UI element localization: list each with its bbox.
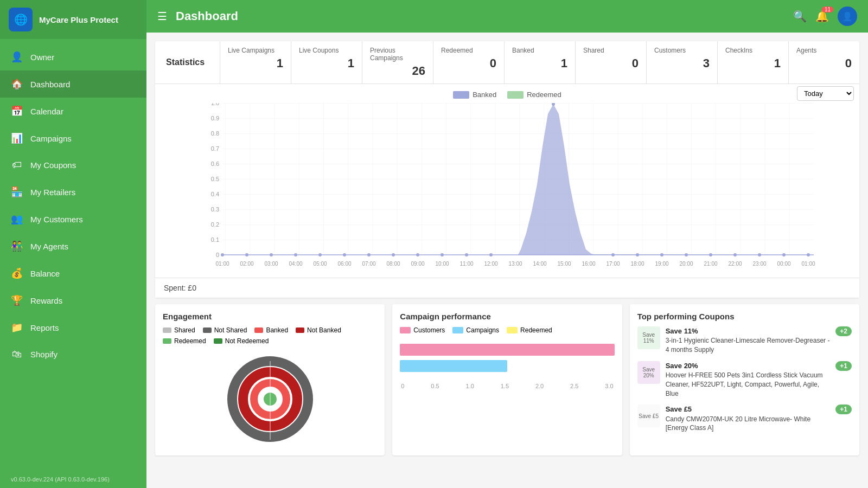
camp-legend-campaigns: Campaigns (452, 326, 499, 334)
coupon-thumb: Save 20% (637, 361, 660, 384)
stat-banked: Banked 1 (505, 41, 576, 84)
chart-legend-banked: Banked (453, 91, 496, 99)
svg-text:01:00: 01:00 (215, 261, 229, 267)
menu-icon[interactable]: ☰ (157, 10, 167, 23)
rewards-icon: 🏆 (11, 294, 23, 306)
calendar-icon: 📅 (11, 105, 23, 117)
stat-previous-campaigns: Previous Campaigns 26 (362, 41, 433, 84)
my-customers-icon: 👥 (11, 213, 23, 225)
campaigns-icon: 📊 (11, 132, 23, 144)
coupon-info: Save 20% Hoover H-FREE 500 Pets 3in1 Cor… (666, 361, 831, 399)
sidebar-item-label: Shopify (30, 350, 58, 359)
campaign-legend: Customers Campaigns Redeemed (400, 326, 614, 334)
coupon-list: Save 11% Save 11% 3-in-1 Hygienic Cleane… (637, 326, 852, 433)
engagement-legend-not-banked: Not Banked (296, 326, 341, 334)
stats-items: Live Campaigns 1Live Coupons 1Previous C… (220, 41, 859, 84)
donut-chart (163, 350, 377, 448)
svg-point-29 (660, 253, 663, 256)
coupon-item: Save £5 Save £5 Candy CMW2070M-UK 20 Lit… (637, 404, 852, 433)
sidebar-item-label: Balance (30, 269, 60, 278)
my-retailers-icon: 🏪 (11, 186, 23, 198)
stat-redeemed: Redeemed 0 (433, 41, 505, 84)
sidebar-item-shopify[interactable]: 🛍 Shopify (0, 341, 146, 368)
svg-point-34 (782, 253, 786, 256)
svg-text:10:00: 10:00 (435, 261, 449, 267)
sidebar-item-my-customers[interactable]: 👥 My Customers (0, 206, 146, 233)
app-logo: 🌐 (9, 8, 33, 31)
svg-text:0.4: 0.4 (211, 191, 219, 197)
sidebar-item-my-agents[interactable]: 👫 My Agents (0, 233, 146, 260)
chart-container: Banked Redeemed Today Yesterday Last 7 d… (155, 84, 859, 278)
sidebar-item-campaigns[interactable]: 📊 Campaigns (0, 125, 146, 152)
svg-text:01:00: 01:00 (801, 261, 815, 267)
svg-point-25 (489, 253, 493, 256)
svg-point-31 (709, 253, 712, 256)
search-icon[interactable]: 🔍 (793, 10, 807, 23)
svg-rect-0 (222, 103, 814, 255)
svg-text:21:00: 21:00 (704, 261, 717, 267)
svg-point-27 (611, 253, 615, 256)
svg-text:22:00: 22:00 (728, 261, 742, 267)
engagement-legend-banked: Banked (254, 326, 288, 334)
stat-live-coupons: Live Coupons 1 (291, 41, 362, 84)
svg-text:13:00: 13:00 (508, 261, 522, 267)
chart-svg: 1.0 0.9 0.8 0.7 0.6 0.5 0.4 0.3 0.2 0.1 … (155, 103, 859, 271)
sidebar-item-label: My Customers (30, 215, 83, 224)
stat-live-campaigns: Live Campaigns 1 (220, 41, 291, 84)
campaign-performance-title: Campaign performance (400, 312, 614, 321)
chart-timeframe-dropdown[interactable]: Today Yesterday Last 7 days (797, 86, 854, 101)
svg-point-33 (758, 253, 761, 256)
svg-text:14:00: 14:00 (533, 261, 546, 267)
svg-point-28 (636, 253, 639, 256)
dashboard-icon: 🏠 (11, 78, 23, 90)
sidebar-item-dashboard[interactable]: 🏠 Dashboard (0, 70, 146, 98)
svg-point-35 (807, 253, 810, 256)
engagement-legend-not-redeemed: Not Redeemed (214, 337, 269, 345)
camp-legend-customers: Customers (400, 326, 445, 334)
stat-shared: Shared 0 (576, 41, 647, 84)
notifications-button[interactable]: 🔔 11 (815, 10, 829, 23)
sidebar-item-label: Calendar (30, 107, 63, 116)
avatar[interactable]: 👤 (838, 7, 857, 26)
sidebar-item-calendar[interactable]: 📅 Calendar (0, 98, 146, 125)
engagement-title: Engagement (163, 312, 377, 321)
statistics-label: Statistics (155, 41, 220, 84)
coupon-item: Save 20% Save 20% Hoover H-FREE 500 Pets… (637, 361, 852, 399)
coupon-badge: +1 (835, 361, 852, 371)
svg-text:16:00: 16:00 (582, 261, 595, 267)
sidebar-item-my-retailers[interactable]: 🏪 My Retailers (0, 178, 146, 206)
svg-text:08:00: 08:00 (386, 261, 400, 267)
svg-text:19:00: 19:00 (655, 261, 668, 267)
my-agents-icon: 👫 (11, 240, 23, 252)
sidebar-item-label: Campaigns (30, 134, 72, 143)
svg-text:03:00: 03:00 (264, 261, 278, 267)
sidebar-item-my-coupons[interactable]: 🏷 My Coupons (0, 152, 146, 178)
campaign-performance-panel: Campaign performance Customers Campaigns… (392, 304, 622, 455)
svg-text:0.7: 0.7 (211, 145, 219, 152)
svg-text:20:00: 20:00 (679, 261, 693, 267)
sidebar-item-balance[interactable]: 💰 Balance (0, 260, 146, 287)
coupon-thumb: Save £5 (637, 404, 660, 427)
svg-text:09:00: 09:00 (411, 261, 424, 267)
engagement-legend-redeemed: Redeemed (163, 337, 206, 345)
svg-point-22 (416, 253, 419, 256)
stat-agents: Agents 0 (789, 41, 859, 84)
svg-point-17 (294, 253, 297, 256)
sidebar-item-reports[interactable]: 📁 Reports (0, 314, 146, 341)
svg-point-30 (685, 253, 688, 256)
campaign-axis: 0 0.5 1.0 1.5 2.0 2.5 3.0 (400, 383, 614, 389)
content-area: Statistics Live Campaigns 1Live Coupons … (146, 33, 868, 488)
campaign-chart (400, 339, 614, 381)
engagement-legend: Shared Not Shared Banked Not Banked Rede… (163, 326, 377, 345)
sidebar-item-rewards[interactable]: 🏆 Rewards (0, 287, 146, 314)
sidebar-item-owner[interactable]: 👤 Owner (0, 43, 146, 70)
customers-bar (400, 344, 614, 356)
svg-point-15 (245, 253, 248, 256)
sidebar-item-label: My Coupons (30, 160, 76, 170)
stats-row: Statistics Live Campaigns 1Live Coupons … (155, 41, 859, 84)
chart-legend: Banked Redeemed (155, 91, 859, 99)
campaigns-bar-row (400, 360, 614, 372)
svg-text:05:00: 05:00 (313, 261, 327, 267)
customers-bar-row (400, 344, 614, 356)
stat-customers: Customers 3 (647, 41, 718, 84)
